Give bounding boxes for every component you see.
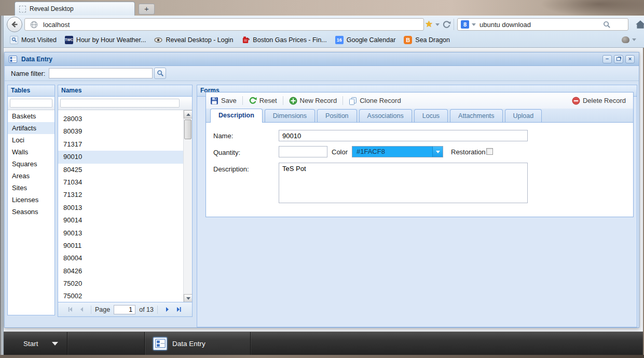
browser-tab[interactable]: Reveal Desktop: [15, 2, 135, 16]
tab-strip: Reveal Desktop +: [4, 0, 644, 16]
name-filter-input[interactable]: [49, 68, 153, 78]
new-record-button[interactable]: New Record: [289, 97, 337, 105]
bookmark-dropdown-icon[interactable]: [435, 23, 440, 26]
search-box[interactable]: 8: [457, 18, 628, 31]
table-row-sites[interactable]: Sites: [8, 182, 54, 194]
first-page-button[interactable]: [65, 305, 75, 314]
scroll-down-button[interactable]: [184, 294, 192, 302]
copy-icon: [349, 97, 357, 105]
page-number-input[interactable]: [114, 305, 135, 314]
toolbar-separator: [242, 96, 243, 105]
color-dropdown-button[interactable]: [432, 147, 443, 157]
scrollbar-thumb[interactable]: [184, 120, 191, 139]
window-body: Tables Baskets Artifacts Loci Walls Squa…: [5, 81, 639, 327]
form-icon: [9, 55, 17, 63]
bookmark-reveal-login[interactable]: Reveal Desktop - Login: [154, 36, 233, 44]
tab-associations[interactable]: Associations: [359, 109, 412, 122]
name-row-selected[interactable]: 90010: [58, 151, 183, 163]
restore-button[interactable]: [614, 55, 623, 63]
name-row[interactable]: 90013: [58, 227, 183, 240]
window-titlebar[interactable]: Data Entry − ×: [5, 52, 639, 66]
quantity-field[interactable]: [279, 146, 327, 157]
scroll-up-icon: [186, 113, 190, 116]
clone-record-button[interactable]: Clone Record: [349, 97, 401, 105]
name-row[interactable]: 28003: [58, 113, 183, 125]
save-icon: [210, 97, 218, 105]
addon-icon[interactable]: [622, 36, 629, 43]
taskbar-item-data-entry[interactable]: Data Entry: [145, 332, 251, 355]
next-page-button[interactable]: [162, 305, 172, 314]
table-row-walls[interactable]: Walls: [8, 146, 54, 158]
bookmark-most-visited[interactable]: Most Visited: [10, 36, 57, 44]
tab-description[interactable]: Description: [210, 109, 263, 123]
search-input[interactable]: [478, 20, 603, 29]
addon-dropdown-icon[interactable]: [632, 38, 636, 41]
name-row[interactable]: 80426: [58, 265, 183, 277]
table-row-seasons[interactable]: Seasons: [8, 206, 54, 218]
forms-panel: Forms Save: [197, 85, 637, 327]
previous-page-button[interactable]: [77, 305, 86, 314]
name-row[interactable]: 75020: [58, 277, 183, 290]
name-row[interactable]: 71317: [58, 138, 183, 151]
scroll-down-icon: [186, 297, 190, 300]
next-page-icon: [164, 306, 171, 313]
tab-position[interactable]: Position: [317, 109, 357, 122]
tab-attachments[interactable]: Attachments: [450, 109, 502, 122]
name-row[interactable]: 71312: [58, 189, 183, 201]
new-tab-button[interactable]: +: [139, 4, 155, 15]
delete-record-button[interactable]: Delete Record: [572, 97, 626, 105]
url-input[interactable]: [42, 20, 374, 29]
table-row-areas[interactable]: Areas: [8, 170, 54, 182]
tables-column-header[interactable]: [8, 97, 54, 110]
name-row[interactable]: 80425: [58, 164, 183, 176]
name-row[interactable]: 80039: [58, 125, 183, 138]
name-row[interactable]: 90011: [58, 240, 183, 252]
back-button[interactable]: [7, 17, 22, 32]
scroll-up-button[interactable]: [184, 110, 192, 118]
name-row[interactable]: 80013: [58, 202, 183, 214]
favicon-placeholder-icon: [19, 6, 26, 12]
bookmark-sea-dragon[interactable]: B Sea Dragon: [404, 36, 450, 44]
table-row-licenses[interactable]: Licenses: [8, 194, 54, 206]
toolbar-separator: [454, 19, 454, 30]
minimize-button[interactable]: −: [602, 55, 612, 63]
twc-icon: TWC: [65, 36, 73, 44]
save-button[interactable]: Save: [210, 97, 237, 105]
tab-dimensions[interactable]: Dimensions: [265, 109, 315, 122]
page-viewport: Data Entry − × Name filter: Tables Baske…: [4, 48, 643, 355]
description-field[interactable]: TeS Pot: [279, 163, 528, 203]
names-column-header[interactable]: [58, 97, 192, 110]
names-scrollbar[interactable]: [183, 110, 192, 302]
table-row-artifacts-selected[interactable]: Artifacts: [8, 122, 54, 134]
bookmark-star-icon[interactable]: ★: [425, 19, 433, 30]
table-row-squares[interactable]: Squares: [8, 158, 54, 170]
chevron-down-icon: [436, 151, 440, 153]
restoration-checkbox[interactable]: [486, 148, 493, 155]
home-button[interactable]: [635, 19, 644, 30]
name-filter-search-button[interactable]: [154, 68, 166, 79]
name-row[interactable]: 75002: [58, 290, 183, 302]
close-button[interactable]: ×: [625, 55, 635, 63]
reset-button[interactable]: Reset: [249, 97, 277, 105]
google-logo-icon[interactable]: 8: [461, 20, 469, 29]
name-field[interactable]: [279, 130, 528, 141]
color-combobox[interactable]: #1FACF8: [352, 146, 443, 157]
table-row-baskets[interactable]: Baskets: [8, 110, 54, 122]
search-magnifier-icon[interactable]: [603, 21, 611, 29]
name-row[interactable]: 90014: [58, 214, 183, 227]
bookmark-google-calendar[interactable]: 16 Google Calendar: [335, 36, 396, 44]
name-row[interactable]: 80004: [58, 252, 183, 264]
url-bar[interactable]: [24, 18, 424, 31]
reload-icon[interactable]: [442, 20, 451, 29]
bookmark-gas-prices[interactable]: Boston Gas Prices - Fin...: [241, 36, 326, 44]
last-page-button[interactable]: [174, 305, 183, 314]
table-row-loci[interactable]: Loci: [8, 134, 54, 146]
home-icon: [635, 19, 644, 30]
name-row[interactable]: 71034: [58, 176, 183, 189]
search-engine-dropdown-icon[interactable]: [472, 23, 476, 26]
tab-upload[interactable]: Upload: [505, 109, 542, 122]
start-button[interactable]: Start: [4, 332, 67, 355]
tab-locus[interactable]: Locus: [414, 109, 448, 122]
bookmark-weather[interactable]: TWC Hour by Hour Weather...: [65, 36, 146, 44]
first-page-icon: [67, 306, 74, 313]
